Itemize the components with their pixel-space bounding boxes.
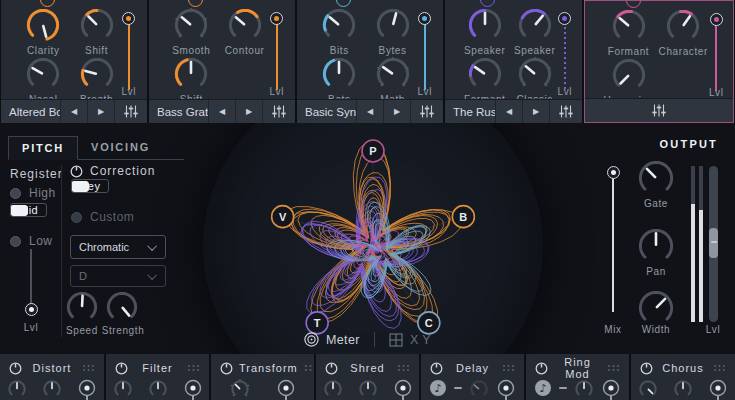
radar-node-t[interactable]: T: [306, 312, 328, 334]
fx-level-knob[interactable]: [496, 379, 516, 400]
knob-svg-speaker[interactable]: [518, 8, 552, 42]
knob-speaker[interactable]: [468, 8, 502, 42]
preset-name[interactable]: The Russell: [445, 100, 495, 123]
radar-node-p[interactable]: P: [362, 140, 384, 162]
sync-note-button[interactable]: ♪: [429, 379, 447, 397]
module-power-icon[interactable]: [40, 0, 55, 7]
fx-knob[interactable]: [574, 379, 594, 399]
fx-level-knob[interactable]: [708, 379, 728, 400]
fx-knob-svg[interactable]: [574, 379, 594, 399]
power-icon[interactable]: [535, 362, 548, 375]
fx-knob-svg[interactable]: [7, 379, 27, 399]
knob-svg-bats[interactable]: [322, 57, 356, 91]
knob-svg-formant[interactable]: [612, 9, 646, 43]
knob-svg-speaker[interactable]: [468, 8, 502, 42]
module-level-track[interactable]: [715, 23, 717, 91]
fx-knob-svg[interactable]: [638, 379, 658, 399]
power-icon[interactable]: [220, 362, 233, 375]
preset-next-button[interactable]: ▶: [235, 100, 262, 123]
pitch-level-slider-thumb[interactable]: [25, 303, 38, 316]
fx-power[interactable]: [115, 362, 128, 375]
knob-contour[interactable]: [228, 8, 262, 42]
fx-knob[interactable]: [323, 379, 343, 399]
pan-knob[interactable]: [638, 228, 674, 268]
preset-name[interactable]: Basic Syntax: [297, 100, 356, 123]
fx-level-knob[interactable]: [77, 379, 97, 400]
knob-svg-nasal[interactable]: [26, 57, 60, 91]
knob-clarity[interactable]: [26, 8, 60, 42]
mix-slider-track[interactable]: [612, 172, 614, 312]
fx-knob-svg[interactable]: [148, 379, 168, 399]
preset-prev-button[interactable]: ◀: [60, 100, 87, 123]
drag-handle-icon[interactable]: [502, 364, 515, 372]
module-level-thumb[interactable]: [122, 12, 135, 25]
fx-knob-svg[interactable]: [673, 379, 693, 399]
knob-breath[interactable]: [80, 57, 114, 91]
fx-power[interactable]: [220, 362, 233, 375]
knob-humanize[interactable]: [612, 58, 646, 92]
fx-knob-svg[interactable]: [230, 379, 250, 399]
module-power-icon[interactable]: [626, 0, 641, 8]
register-high-radio[interactable]: High: [10, 186, 56, 200]
knob-svg-shift[interactable]: [174, 57, 208, 91]
tab-voicing[interactable]: VOICING: [78, 136, 184, 160]
fx-knob-svg[interactable]: [469, 379, 489, 399]
drag-handle-icon[interactable]: [187, 364, 200, 372]
module-power-icon[interactable]: [336, 0, 351, 7]
module-level-track[interactable]: [128, 22, 130, 90]
correction-custom-radio[interactable]: Custom: [71, 210, 134, 224]
fx-drag-handle[interactable]: [187, 364, 200, 372]
fx-module-name[interactable]: Delay: [449, 362, 496, 374]
fx-knob[interactable]: [113, 379, 133, 399]
key-select[interactable]: D: [70, 265, 166, 287]
fx-power[interactable]: [9, 362, 22, 375]
preset-manager-button[interactable]: [585, 99, 733, 122]
fx-module-name[interactable]: Ring Mod: [554, 356, 601, 380]
drag-handle-icon[interactable]: [82, 364, 95, 372]
fx-module-name[interactable]: Chorus: [659, 362, 707, 374]
preset-next-button[interactable]: ▶: [383, 100, 410, 123]
knob-svg-humanize[interactable]: [612, 58, 646, 92]
correction-power-icon[interactable]: [70, 165, 83, 178]
fx-drag-handle[interactable]: [502, 364, 515, 372]
fx-drag-handle[interactable]: [607, 364, 620, 372]
knob-shift[interactable]: [80, 8, 114, 42]
xy-mode-button[interactable]: X Y: [389, 333, 431, 347]
pitch-level-slider-track[interactable]: [30, 249, 32, 311]
power-icon[interactable]: [430, 362, 443, 375]
preset-manager-button[interactable]: [410, 100, 443, 123]
meter-mode-button[interactable]: Meter: [304, 332, 360, 347]
fx-module-name[interactable]: Distort: [28, 362, 76, 374]
scale-select[interactable]: Chromatic: [70, 235, 166, 259]
preset-manager-button[interactable]: [549, 100, 582, 123]
knob-math[interactable]: [376, 57, 410, 91]
knob-svg-formant[interactable]: [468, 57, 502, 91]
knob-svg-smooth[interactable]: [174, 8, 208, 42]
module-level-thumb[interactable]: [558, 12, 571, 25]
module-power-icon[interactable]: [188, 0, 203, 7]
knob-svg-bytes[interactable]: [376, 8, 410, 42]
knob-svg-contour[interactable]: [228, 8, 262, 42]
fx-level-knob[interactable]: [393, 379, 413, 400]
preset-manager-button[interactable]: [262, 100, 295, 123]
fx-module-name[interactable]: Shred: [344, 362, 391, 374]
tab-pitch[interactable]: PITCH: [8, 136, 78, 160]
knob-bits[interactable]: [322, 8, 356, 42]
fx-knob-svg[interactable]: [42, 379, 62, 399]
fx-power[interactable]: [325, 362, 338, 375]
power-icon[interactable]: [115, 362, 128, 375]
fx-knob[interactable]: [230, 379, 250, 399]
fx-knob-svg[interactable]: [113, 379, 133, 399]
knob-svg-bits[interactable]: [322, 8, 356, 42]
gate-knob[interactable]: [638, 160, 674, 200]
fx-level-knob[interactable]: [601, 379, 621, 400]
fx-level-knob[interactable]: [183, 379, 203, 400]
preset-name[interactable]: Altered Bots: [1, 100, 60, 123]
knob-svg-shift[interactable]: [80, 8, 114, 42]
knob-svg-character[interactable]: [666, 9, 700, 43]
module-level-track[interactable]: [276, 22, 278, 90]
output-level-fader-handle[interactable]: [709, 228, 718, 258]
mix-slider-thumb[interactable]: [607, 166, 620, 179]
fx-power[interactable]: [640, 362, 653, 375]
strength-knob-svg[interactable]: [106, 291, 138, 323]
